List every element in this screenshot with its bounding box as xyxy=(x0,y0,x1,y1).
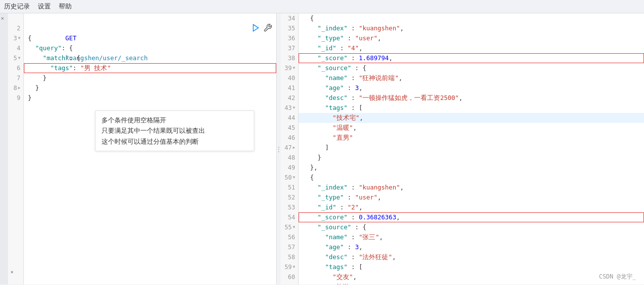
rln-53: 53 xyxy=(281,202,298,212)
resp-line-42: "desc" : "一顿操作猛如虎，一看工资2500", xyxy=(299,93,644,103)
rln-44: 44 xyxy=(281,113,298,123)
resp-line-46: "直男" xyxy=(299,133,644,143)
ln-blank xyxy=(8,13,23,23)
ln-2: 2 xyxy=(8,23,23,33)
editor-line-blank xyxy=(24,13,276,23)
rln-46: 46 xyxy=(281,133,298,143)
rln-52: 52 xyxy=(281,192,298,202)
resp-line-34: { xyxy=(299,13,644,23)
response-panel: 34 35 36 37 38 39 40 41 42 43 44 45 46 4… xyxy=(281,13,644,285)
resp-line-56: "name" : "张三", xyxy=(299,232,644,242)
main-layout: ✕ 2 3 4 5 6 7 8 9 GET xyxy=(0,13,644,285)
rln-35: 35 xyxy=(281,23,298,33)
run-icon[interactable] xyxy=(251,23,260,32)
rln-34: 34 xyxy=(281,13,298,23)
rln-42: 42 xyxy=(281,93,298,103)
resp-line-50: { xyxy=(299,173,644,183)
response-code: { "_index" : "kuangshen", "_type" : "use… xyxy=(299,13,644,285)
resp-line-51: "_index" : "kuangshen", xyxy=(299,183,644,192)
resp-line-61: "旅游", xyxy=(299,282,644,285)
ln-6: 6 xyxy=(8,63,23,73)
ln-3: 3 xyxy=(8,33,23,43)
menu-help[interactable]: 帮助 xyxy=(59,2,72,11)
rln-61: 61 xyxy=(281,282,298,285)
rln-59: 59 xyxy=(281,262,298,272)
resp-line-41: "age" : 3, xyxy=(299,83,644,93)
editor-line-5[interactable]: "match": { xyxy=(24,53,276,63)
rln-56: 56 xyxy=(281,232,298,242)
annotation-line-1: 多个条件使用空格隔开 xyxy=(102,115,248,125)
rln-57: 57 xyxy=(281,242,298,252)
resp-line-54: "_score" : 0.36826363, xyxy=(299,212,644,222)
resp-line-40: "name" : "狂神说前端", xyxy=(299,73,644,83)
resp-line-57: "age" : 3, xyxy=(299,242,644,252)
resp-line-49: }, xyxy=(299,163,644,173)
rln-45: 45 xyxy=(281,123,298,133)
resp-line-38: "_score" : 1.689794, xyxy=(299,53,644,63)
annotation-line-2: 只要满足其中一个结果既可以被查出 xyxy=(102,125,248,136)
http-method: GET xyxy=(65,34,77,42)
resp-line-43: "tags" : [ xyxy=(299,103,644,113)
resp-line-48: } xyxy=(299,153,644,163)
response-line-numbers: 34 35 36 37 38 39 40 41 42 43 44 45 46 4… xyxy=(281,13,299,285)
sidebar-icon-1[interactable]: ✕ xyxy=(1,15,7,21)
editor-line-2[interactable]: GET kuangshen/user/_search xyxy=(24,23,276,33)
ln-8: 8 xyxy=(8,83,23,93)
menu-history[interactable]: 历史记录 xyxy=(4,2,30,11)
editor-line-9[interactable]: } xyxy=(24,93,276,103)
left-bottom-icons: ✕ xyxy=(8,269,16,275)
annotation-box: 多个条件使用空格隔开 只要满足其中一个结果既可以被查出 这个时候可以通过分值基本… xyxy=(95,110,254,151)
editor-line-6[interactable]: "tags": "男 技术" xyxy=(24,63,276,73)
rln-54: 54 xyxy=(281,212,298,222)
watermark: CSDN @龙宇_ xyxy=(599,273,636,281)
resp-line-52: "_type" : "user", xyxy=(299,192,644,202)
rln-40: 40 xyxy=(281,73,298,83)
editor-toolbar xyxy=(251,23,272,32)
panel-divider[interactable] xyxy=(277,13,281,285)
editor-panel: 2 3 4 5 6 7 8 9 GET kuangshen/user/_sear… xyxy=(8,13,277,285)
rln-49: 49 xyxy=(281,163,298,173)
editor-line-8[interactable]: } xyxy=(24,83,276,93)
svg-marker-0 xyxy=(253,24,259,31)
rln-50: 50 xyxy=(281,173,298,183)
annotation-line-3: 这个时候可以通过分值基本的判断 xyxy=(102,136,248,147)
left-sidebar: ✕ xyxy=(0,13,8,285)
rln-60: 60 xyxy=(281,272,298,282)
rln-41: 41 xyxy=(281,83,298,93)
resp-line-36: "_type" : "user", xyxy=(299,33,644,43)
resp-line-45: "温暖", xyxy=(299,123,644,133)
resp-line-55: "_source" : { xyxy=(299,222,644,232)
rln-51: 51 xyxy=(281,183,298,192)
rln-48: 48 xyxy=(281,153,298,163)
editor-line-4[interactable]: "query": { xyxy=(24,43,276,53)
rln-47: 47 xyxy=(281,143,298,153)
bottom-icon-1[interactable]: ✕ xyxy=(10,269,13,275)
wrench-icon[interactable] xyxy=(263,23,272,32)
rln-43: 43 xyxy=(281,103,298,113)
ln-9: 9 xyxy=(8,93,23,103)
resp-line-37: "_id" : "4", xyxy=(299,43,644,53)
ln-5: 5 xyxy=(8,53,23,63)
resp-line-53: "_id" : "2", xyxy=(299,202,644,212)
resp-line-59: "tags" : [ xyxy=(299,262,644,272)
rln-58: 58 xyxy=(281,252,298,262)
ln-7: 7 xyxy=(8,73,23,83)
resp-line-60: "交友", xyxy=(299,272,644,282)
ln-4: 4 xyxy=(8,43,23,53)
rln-38: 38 xyxy=(281,53,298,63)
editor-line-7[interactable]: } xyxy=(24,73,276,83)
resp-line-35: "_index" : "kuangshen", xyxy=(299,23,644,33)
rln-37: 37 xyxy=(281,43,298,53)
resp-line-58: "desc" : "法外狂徒", xyxy=(299,252,644,262)
menu-settings[interactable]: 设置 xyxy=(38,2,51,11)
resp-line-39: "_source" : { xyxy=(299,63,644,73)
rln-36: 36 xyxy=(281,33,298,43)
rln-39: 39 xyxy=(281,63,298,73)
resp-line-44: "技术宅", xyxy=(299,113,644,123)
resp-line-47: ] xyxy=(299,143,644,153)
menu-bar: 历史记录 设置 帮助 xyxy=(0,0,644,13)
rln-55: 55 xyxy=(281,222,298,232)
editor-line-numbers: 2 3 4 5 6 7 8 9 xyxy=(8,13,24,285)
